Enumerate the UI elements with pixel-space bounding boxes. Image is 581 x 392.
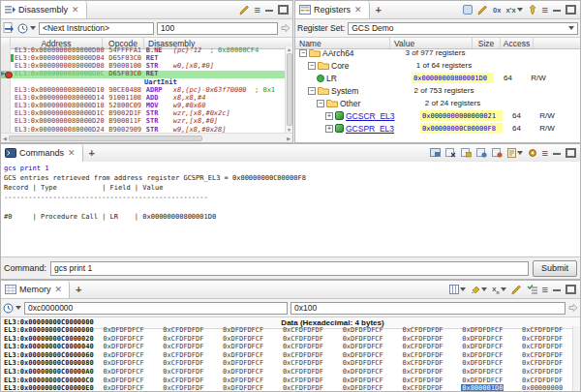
register-row[interactable]: −AArch643 of 977 registers (295, 46, 580, 59)
memory-value[interactable]: 0xCFDFDFDF (283, 351, 323, 359)
close-icon[interactable]: ✕ (67, 148, 76, 158)
breakpoint-gutter[interactable] (1, 71, 11, 78)
register-value[interactable]: 0x0000000000000021 (420, 110, 503, 121)
register-value-cell[interactable]: 0x0000000000000021 (420, 110, 503, 121)
memory-cell[interactable]: 0xCFDFDFDF (273, 335, 333, 344)
memory-cell[interactable]: 0xDFDFDFCF (452, 377, 512, 385)
memory-cell[interactable]: 0xDFDFDFCF (213, 351, 273, 360)
memory-vertical-scrollbar[interactable] (572, 326, 580, 391)
memory-cell[interactable]: 0xCFDFDFDF (393, 377, 453, 385)
memory-cell[interactable]: 0xDFDFDFCF (94, 384, 154, 391)
memory-size-input[interactable] (290, 302, 566, 315)
settings-gear-icon[interactable] (528, 148, 537, 158)
memory-cell[interactable]: 0xDFDFDFCF (333, 359, 393, 368)
memory-value[interactable]: 0xDFDFDFCF (462, 368, 503, 376)
register-row[interactable]: −System2 of 753 registers (295, 84, 580, 97)
memory-cell[interactable]: 0xCFDFDFDF (512, 359, 572, 368)
go-arrow-icon[interactable] (281, 23, 290, 33)
memory-cell[interactable]: 0xDFDFDFCF (213, 377, 273, 385)
memory-cell[interactable]: 0xCFDFDFDF (154, 326, 214, 335)
fill-dropdown-icon[interactable] (481, 287, 487, 291)
expand-icon[interactable]: + (325, 125, 333, 133)
register-value[interactable]: 0x00000000800001D0 (412, 73, 494, 83)
view-menu-icon[interactable]: ≡ (542, 148, 548, 158)
memory-value[interactable]: 0xDFDFDFCF (343, 359, 383, 367)
collapse-icon[interactable]: − (308, 62, 316, 70)
go-arrow-icon[interactable] (568, 303, 578, 313)
memory-value[interactable]: 0xCFDFDFDF (402, 359, 443, 367)
memory-value[interactable]: 0xCFDFDFDF (283, 359, 323, 367)
register-value-cell[interactable]: 3 of 977 registers (394, 48, 476, 57)
view-menu-icon[interactable]: ≡ (542, 5, 548, 15)
memory-value[interactable]: 0xDFDFDFCF (462, 335, 503, 343)
selected-memory-value[interactable]: 0x800001D0 (461, 384, 504, 391)
memory-cell[interactable]: 0xDFDFDFCF (452, 359, 512, 368)
memory-value[interactable]: 0xCFDFDFDF (522, 377, 563, 384)
memory-value[interactable]: 0xDFDFDFCF (223, 351, 263, 359)
memory-cell[interactable]: 0xDFDFDFCF (333, 377, 393, 385)
memory-cell[interactable]: 0xCFDFDFDF (154, 377, 214, 385)
memory-value[interactable]: 0xCFDFDFDF (522, 368, 563, 376)
tab-commands[interactable]: Commands ✕ (1, 144, 83, 162)
tab-registers[interactable]: Registers ✕ (295, 1, 370, 18)
disassembly-row[interactable]: EL3:0x0000000080000D1852800C09MOVw9,#0x6… (1, 102, 285, 109)
memory-cell[interactable]: 0xCFDFDFDF (273, 384, 333, 391)
memory-cell[interactable]: 0xDFDFDFCF (452, 343, 512, 351)
memory-value[interactable]: 0xCFDFDFDF (283, 343, 323, 350)
breakpoint-gutter[interactable] (1, 126, 11, 133)
checklist-icon[interactable] (527, 285, 537, 294)
memory-value[interactable]: 0xDFDFDFCF (104, 326, 144, 334)
memory-cell[interactable]: 0xCFDFDFDF (393, 359, 453, 368)
memory-cell[interactable]: 0x800001D0 (452, 384, 512, 391)
memory-value[interactable]: 0xDFDFDFCF (462, 359, 503, 367)
disassembly-row[interactable]: EL3:0x0000000080000D1CB9002D1FSTRwzr,[x8… (1, 109, 285, 117)
register-row[interactable]: +GCSPR_EL30x00000000C00000F864R/W (295, 122, 580, 135)
memory-value[interactable]: 0xDFDFDFCF (104, 343, 144, 350)
memory-value[interactable]: 0xDFDFDFCF (462, 377, 503, 384)
disassembly-row[interactable]: EL3:0x0000000080000D1090CE0488ADRPx8,{pc… (1, 86, 285, 94)
memory-value[interactable]: 0xDFDFDFCF (104, 377, 144, 384)
memory-cell[interactable]: 0xCFDFDFDF (273, 326, 333, 335)
memory-cell[interactable]: 0xDFDFDFCF (94, 359, 154, 368)
memory-value[interactable]: 0xDFDFDFCF (223, 326, 263, 334)
memory-value[interactable]: 0xDFDFDFCF (462, 351, 503, 359)
navigation-mode-input[interactable] (39, 22, 154, 35)
memory-value[interactable]: 0xDFDFDFCF (223, 335, 263, 343)
scroll-lock-icon[interactable] (461, 148, 472, 158)
memory-value[interactable]: 0xDFDFDFCF (343, 377, 383, 384)
memory-cell[interactable]: 0xCFDFDFDF (154, 384, 214, 391)
memory-value[interactable]: 0xDFDFDFCF (343, 335, 383, 343)
register-row[interactable]: −Other2 of 24 registers (295, 97, 580, 109)
submit-button[interactable]: Submit (533, 260, 577, 277)
maximize-icon[interactable] (566, 148, 576, 158)
memory-value[interactable]: 0xCFDFDFDF (163, 326, 203, 334)
memory-cell[interactable]: 0xDFDFDFCF (333, 335, 393, 344)
scrollbar-thumb[interactable] (287, 53, 292, 126)
breakpoint-gutter[interactable] (1, 118, 11, 126)
columns-dropdown-icon[interactable] (460, 287, 466, 291)
memory-cell[interactable]: 0xCFDFDFDF (154, 351, 214, 360)
scroll-left-icon[interactable]: ◀ (1, 136, 9, 141)
minimize-icon[interactable] (553, 153, 561, 155)
memory-cell[interactable]: 0xDFDFDFCF (94, 335, 154, 344)
view-menu-icon[interactable]: ≡ (542, 285, 548, 294)
memory-address-input[interactable] (24, 302, 288, 315)
memory-cell[interactable]: 0xCFDFDFDF (154, 343, 214, 351)
memory-cell[interactable]: 0xCFDFDFDF (393, 368, 453, 377)
memory-value[interactable]: 0xDFDFDFCF (462, 326, 503, 334)
address-history-icon[interactable] (3, 303, 21, 314)
minimize-icon[interactable] (265, 10, 273, 12)
memory-cell[interactable]: 0xCFDFDFDF (273, 343, 333, 351)
memory-cell[interactable]: 0xCFDFDFDF (393, 335, 453, 344)
disassembly-row[interactable]: EL3:0x0000000080000D20B900011FSTRwzr,[x8… (1, 118, 285, 126)
memory-value[interactable]: 0xCFDFDFDF (402, 384, 443, 391)
memory-value[interactable]: 0xCFDFDFDF (163, 384, 203, 391)
scroll-up-icon[interactable]: ▲ (287, 46, 291, 52)
register-row[interactable]: −Core1 of 64 registers (295, 59, 580, 72)
memory-cell[interactable]: 0xCFDFDFDF (393, 326, 453, 335)
pin-editor-icon[interactable] (239, 5, 250, 15)
new-view-button[interactable]: + (87, 148, 97, 158)
instruction-count-input[interactable] (157, 22, 278, 35)
console-history-icon[interactable] (507, 148, 516, 158)
memory-value[interactable]: 0xDFDFDFCF (223, 368, 263, 376)
